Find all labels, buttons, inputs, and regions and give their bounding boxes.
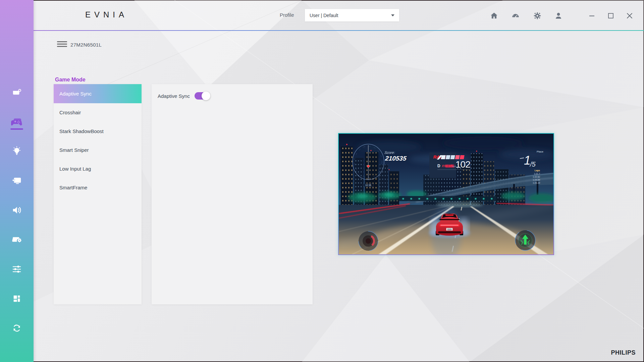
topbar-separator xyxy=(34,30,644,31)
speaker-icon xyxy=(12,205,22,215)
active-indicator xyxy=(10,128,23,130)
menu-item-smart-sniper[interactable]: Smart Sniper xyxy=(54,141,142,160)
menu-item-low-input-lag[interactable]: Low Input Lag xyxy=(54,160,142,178)
input-source-icon xyxy=(12,176,22,185)
user-button[interactable] xyxy=(554,11,563,20)
lap-time: 1:22.82 xyxy=(533,176,540,178)
hamburger-icon xyxy=(57,41,67,42)
sidebar-item-input-source[interactable] xyxy=(0,171,34,190)
maximize-icon xyxy=(607,12,614,19)
game-mode-menu: Adaptive Sync Crosshair Stark ShadowBoos… xyxy=(54,84,142,304)
refresh-icon xyxy=(12,323,22,333)
minimize-icon xyxy=(588,12,596,19)
sidebar-item-refresh[interactable] xyxy=(0,319,34,338)
menu-item-smartframe[interactable]: SmartFrame xyxy=(54,178,142,197)
lap-time: 1:21.7 xyxy=(534,173,540,175)
gamepad-icon xyxy=(11,117,22,127)
sidebar-item-audio[interactable] xyxy=(0,201,34,220)
hud-boost-button xyxy=(515,230,535,250)
speed-value: 102 xyxy=(455,159,470,170)
dashboard-button[interactable] xyxy=(511,11,520,20)
dashboard-gauge-icon xyxy=(511,11,520,20)
adaptive-sync-panel: Adaptive Sync xyxy=(152,84,313,304)
multiview-icon xyxy=(12,294,21,303)
game-preview-image: RACE RACE xyxy=(339,134,553,254)
score-label: Score: xyxy=(384,150,395,155)
menu-item-crosshair[interactable]: Crosshair xyxy=(54,103,142,122)
settings-button[interactable] xyxy=(533,11,542,20)
sidebar-item-display-settings[interactable] xyxy=(0,230,34,249)
smartimage-icon xyxy=(12,87,22,98)
racing-game-scene: RACE RACE xyxy=(339,134,553,254)
lap-time: 1:23.10 xyxy=(533,182,540,184)
sidebar-item-multiview[interactable] xyxy=(0,289,34,308)
minimize-button[interactable] xyxy=(588,12,596,19)
user-icon xyxy=(554,11,563,20)
lightbulb-icon xyxy=(12,146,22,157)
game-preview-frame: RACE RACE xyxy=(338,133,554,255)
hud-bottom-left-gauge xyxy=(359,231,378,251)
close-icon xyxy=(626,12,633,19)
maximize-button[interactable] xyxy=(607,12,614,19)
profile-label: Profile xyxy=(280,12,294,18)
sidebar-item-adjustments[interactable] xyxy=(0,260,34,279)
license-plate: 1111 xyxy=(447,228,452,231)
profile-dropdown-value: User | Default xyxy=(310,13,391,18)
home-button[interactable] xyxy=(490,11,498,20)
chevron-down-icon xyxy=(391,14,394,16)
menu-item-adaptive-sync[interactable]: Adaptive Sync xyxy=(54,84,142,103)
settings-gear-icon xyxy=(533,11,542,20)
menu-item-stark-shadowboost[interactable]: Stark ShadowBoost xyxy=(54,122,142,141)
display-settings-icon xyxy=(12,235,22,244)
sidebar-item-smartimage[interactable] xyxy=(0,83,34,102)
profile-dropdown[interactable]: User | Default xyxy=(305,9,399,21)
evnia-logo: EVNIA xyxy=(85,10,128,19)
close-button[interactable] xyxy=(626,12,633,19)
menu-hamburger-button[interactable] xyxy=(57,41,67,48)
sidebar-item-lighting[interactable] xyxy=(0,142,34,161)
esc-label: ESC off xyxy=(442,164,453,168)
adaptive-sync-toggle[interactable] xyxy=(195,92,209,100)
sliders-icon xyxy=(12,264,22,274)
laps-label: Laps xyxy=(535,169,540,172)
place-value-small: /5 xyxy=(529,161,536,168)
place-label: Place xyxy=(537,150,544,153)
hud-timer: 02:35 xyxy=(365,184,371,186)
sidebar-item-game-mode[interactable] xyxy=(0,113,34,131)
page-title: Game Mode xyxy=(55,77,86,83)
gear-indicator: D xyxy=(437,164,440,168)
home-icon xyxy=(490,11,498,20)
toggle-label: Adaptive Sync xyxy=(158,93,190,99)
lap-time: 1:24.59 xyxy=(533,179,540,181)
toggle-knob xyxy=(202,92,210,100)
philips-logo: PHILIPS xyxy=(611,349,636,356)
sidebar xyxy=(0,0,34,362)
evnia-app-window: EVNIA Profile User | Default xyxy=(0,0,644,362)
monitor-model-label: 27M2N6501L xyxy=(70,42,102,48)
score-value: 210535 xyxy=(384,155,407,162)
